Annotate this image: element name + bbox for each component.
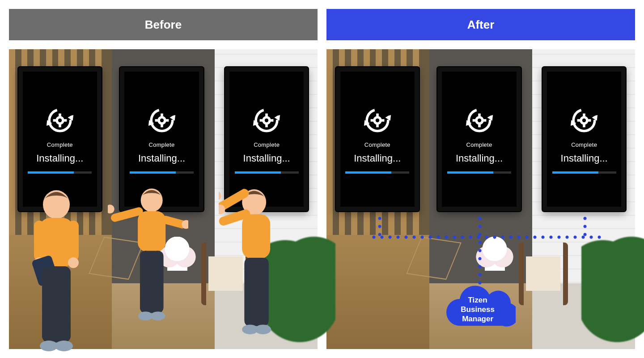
svg-point-71	[582, 119, 586, 122]
network-link	[370, 235, 604, 239]
display-action: Installing...	[561, 153, 608, 164]
svg-rect-17	[265, 114, 268, 117]
svg-rect-11	[161, 124, 163, 127]
before-scene: Complete Installing... Complete Installi…	[9, 49, 318, 349]
progress-bar	[130, 171, 194, 174]
progress-bar	[28, 171, 92, 174]
signage-display: Complete Installing...	[336, 67, 419, 211]
progress-bar	[447, 171, 511, 174]
network-link	[583, 214, 587, 239]
svg-rect-72	[583, 114, 585, 117]
svg-point-43	[151, 311, 165, 320]
svg-rect-45	[242, 214, 270, 259]
svg-rect-60	[370, 119, 373, 122]
svg-point-37	[108, 205, 114, 213]
svg-point-64	[477, 119, 481, 122]
display-status: Complete	[149, 141, 175, 148]
svg-rect-41	[153, 251, 164, 313]
svg-point-48	[219, 191, 221, 201]
svg-point-54	[255, 324, 271, 334]
technician-illustration	[15, 181, 96, 358]
svg-rect-4	[59, 124, 61, 127]
gear-sync-icon	[146, 105, 178, 136]
svg-rect-3	[59, 114, 61, 117]
svg-rect-30	[57, 266, 71, 342]
svg-rect-67	[472, 119, 475, 122]
svg-rect-73	[583, 124, 585, 127]
svg-rect-13	[165, 119, 169, 122]
svg-point-32	[55, 341, 73, 351]
svg-rect-52	[258, 258, 269, 326]
signage-display: Complete Installing...	[437, 67, 521, 211]
svg-rect-66	[478, 124, 481, 127]
before-panel: Before Complete Installing...	[9, 9, 318, 349]
svg-point-16	[265, 119, 268, 122]
comparison-wrap: Before Complete Installing...	[0, 0, 644, 358]
display-status: Complete	[364, 141, 390, 148]
svg-rect-34	[138, 211, 165, 251]
cloud-label: Tizen Business Manager	[461, 292, 495, 324]
svg-point-2	[58, 119, 62, 122]
svg-point-57	[376, 119, 379, 122]
svg-rect-51	[245, 258, 256, 326]
gear-sync-icon	[44, 105, 76, 136]
svg-rect-24	[68, 221, 79, 261]
gear-sync-icon	[362, 105, 393, 136]
svg-rect-10	[161, 114, 163, 117]
svg-rect-68	[483, 119, 486, 122]
display-action: Installing...	[456, 153, 503, 164]
svg-rect-40	[140, 251, 151, 313]
svg-rect-20	[271, 119, 274, 122]
svg-rect-65	[478, 114, 481, 117]
display-action: Installing...	[243, 153, 290, 164]
svg-rect-29	[42, 266, 55, 342]
progress-bar	[345, 171, 409, 174]
svg-rect-58	[376, 114, 379, 117]
decorative-plant	[581, 233, 644, 349]
display-action: Installing...	[138, 153, 185, 164]
display-status: Complete	[466, 141, 492, 148]
svg-rect-19	[260, 119, 263, 122]
display-action: Installing...	[36, 153, 83, 164]
progress-bar	[235, 171, 299, 174]
svg-rect-23	[34, 221, 45, 261]
svg-rect-75	[588, 119, 591, 122]
after-header: After	[326, 9, 635, 40]
before-header: Before	[9, 9, 318, 40]
svg-rect-61	[381, 119, 384, 122]
decorative-chair	[519, 243, 568, 305]
svg-point-26	[68, 257, 79, 268]
progress-bar	[552, 171, 616, 174]
after-panel: After Complete Installing...	[326, 9, 635, 349]
gear-sync-icon	[251, 105, 282, 136]
display-action: Installing...	[354, 153, 401, 164]
svg-point-9	[160, 119, 163, 122]
display-status: Complete	[47, 141, 73, 148]
svg-rect-18	[265, 124, 268, 127]
svg-rect-59	[376, 124, 379, 127]
network-link	[377, 214, 382, 239]
gear-sync-icon	[568, 105, 600, 136]
technician-illustration	[108, 181, 188, 358]
network-link	[478, 214, 482, 286]
svg-rect-12	[155, 119, 158, 122]
gear-sync-icon	[464, 105, 495, 136]
svg-rect-74	[577, 119, 580, 122]
cloud-badge: Tizen Business Manager	[440, 283, 516, 332]
display-status: Complete	[254, 141, 280, 148]
display-status: Complete	[571, 141, 597, 148]
svg-rect-6	[64, 119, 67, 122]
technician-illustration	[219, 181, 299, 358]
signage-display: Complete Installing...	[542, 67, 626, 211]
svg-rect-5	[53, 119, 56, 122]
after-scene: Complete Installing... Complete Installi…	[326, 49, 635, 349]
